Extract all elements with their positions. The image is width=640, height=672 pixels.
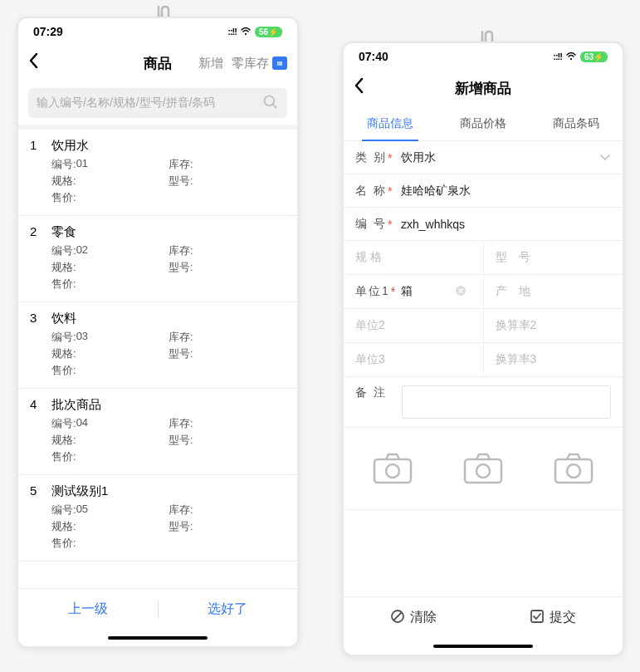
svg-line-2 bbox=[273, 104, 276, 107]
wifi-icon bbox=[565, 51, 577, 63]
photo-slot-1[interactable] bbox=[369, 449, 416, 488]
spec-input[interactable]: 规 格 bbox=[344, 241, 483, 274]
navbar: 新增商品 bbox=[344, 70, 623, 106]
tab[interactable]: 商品信息 bbox=[344, 106, 437, 140]
svg-line-12 bbox=[393, 612, 402, 620]
forbid-icon bbox=[390, 609, 405, 627]
check-icon bbox=[530, 609, 545, 627]
signal-icon: ::!! bbox=[227, 27, 237, 37]
item-index: 1 bbox=[30, 138, 42, 154]
svg-rect-9 bbox=[555, 459, 592, 483]
list-item[interactable]: 2零食编号:02库存:规格:型号:售价: bbox=[18, 216, 297, 302]
tabs: 商品信息商品价格商品条码 bbox=[344, 106, 623, 141]
zero-stock-action[interactable]: 零库存 III bbox=[232, 56, 287, 71]
wifi-icon bbox=[240, 26, 252, 38]
status-time: 07:29 bbox=[33, 25, 63, 38]
product-list: 1饮用水编号:01库存:规格:型号:售价:2零食编号:02库存:规格:型号:售价… bbox=[18, 130, 297, 588]
unit3-input[interactable]: 单位3 bbox=[344, 343, 483, 376]
origin-input[interactable]: 产 地 bbox=[483, 275, 623, 308]
photo-slot-2[interactable] bbox=[460, 449, 506, 488]
svg-point-3 bbox=[570, 58, 572, 60]
list-item[interactable]: 3饮料编号:03库存:规格:型号:售价: bbox=[18, 302, 297, 389]
unit1-input[interactable]: 单位1* 箱 bbox=[344, 275, 483, 308]
photo-row bbox=[344, 428, 623, 510]
list-item[interactable]: 4批次商品编号:04库存:规格:型号:售价: bbox=[18, 389, 297, 475]
form: 类 别* 饮用水 名 称* 娃哈哈矿泉水 编 号* zxh_whhkqs 规 格… bbox=[344, 141, 623, 596]
remark-input[interactable] bbox=[402, 385, 611, 419]
svg-rect-13 bbox=[531, 611, 543, 622]
page-title: 商品 bbox=[144, 54, 172, 73]
tab[interactable]: 商品条码 bbox=[530, 106, 623, 140]
unit2-input[interactable]: 单位2 bbox=[344, 309, 483, 342]
name-row[interactable]: 名 称* 娃哈哈矿泉水 bbox=[344, 174, 623, 208]
code-row[interactable]: 编 号* zxh_whhkqs bbox=[344, 208, 623, 241]
list-item[interactable]: 5测试级别1编号:05库存:规格:型号:售价: bbox=[18, 475, 297, 562]
svg-rect-7 bbox=[465, 459, 501, 483]
rate2-input[interactable]: 换算率2 bbox=[483, 309, 623, 342]
item-name: 测试级别1 bbox=[51, 483, 108, 499]
add-action[interactable]: 新增 bbox=[198, 56, 223, 71]
clear-button[interactable]: 清除 bbox=[344, 609, 483, 627]
status-bar: 07:40 ::!! 63⚡ bbox=[344, 43, 623, 70]
status-bar: 07:29 ::!! 56⚡ bbox=[18, 18, 297, 45]
category-value: 饮用水 bbox=[401, 150, 599, 165]
battery-indicator: 56⚡ bbox=[255, 27, 282, 37]
phone-screen-list: 07:29 ::!! 56⚡ 商品 新增 零库存 III 输入编号/名称/规格/… bbox=[17, 17, 299, 648]
item-index: 4 bbox=[30, 397, 42, 413]
rate3-input[interactable]: 换算率3 bbox=[483, 343, 623, 376]
home-indicator bbox=[344, 638, 623, 655]
home-indicator bbox=[18, 630, 297, 646]
item-name: 批次商品 bbox=[51, 397, 101, 413]
status-indicators: ::!! 63⚡ bbox=[553, 51, 608, 63]
bottom-bar: 上一级 选好了 bbox=[18, 588, 297, 630]
item-name: 零食 bbox=[51, 224, 76, 240]
category-row[interactable]: 类 别* 饮用水 bbox=[344, 141, 623, 174]
item-name: 饮料 bbox=[51, 311, 76, 326]
back-button[interactable] bbox=[354, 77, 374, 99]
svg-point-0 bbox=[245, 33, 247, 35]
search-icon bbox=[262, 94, 279, 113]
name-value: 娃哈哈矿泉水 bbox=[401, 184, 611, 199]
item-index: 5 bbox=[30, 483, 42, 499]
svg-rect-5 bbox=[374, 459, 411, 483]
back-button[interactable] bbox=[28, 52, 48, 74]
status-indicators: ::!! 56⚡ bbox=[227, 26, 282, 38]
search-placeholder: 输入编号/名称/规格/型号/拼音/条码 bbox=[37, 96, 215, 110]
list-item[interactable]: 1饮用水编号:01库存:规格:型号:售价: bbox=[18, 130, 297, 216]
item-name: 饮用水 bbox=[51, 138, 89, 154]
filter-icon: III bbox=[272, 56, 287, 70]
tab[interactable]: 商品价格 bbox=[437, 106, 530, 140]
model-input[interactable]: 型 号 bbox=[483, 241, 623, 274]
item-index: 2 bbox=[30, 224, 42, 240]
done-button[interactable]: 选好了 bbox=[159, 601, 298, 618]
svg-point-10 bbox=[567, 464, 580, 478]
battery-indicator: 63⚡ bbox=[580, 52, 608, 62]
remark-row: 备 注 bbox=[344, 377, 623, 428]
clear-icon[interactable] bbox=[455, 285, 467, 299]
photo-slot-3[interactable] bbox=[550, 449, 597, 488]
bottom-bar: 清除 提交 bbox=[344, 596, 623, 638]
svg-point-8 bbox=[476, 464, 490, 478]
code-value: zxh_whhkqs bbox=[401, 218, 611, 231]
chevron-down-icon bbox=[599, 150, 611, 165]
item-index: 3 bbox=[30, 311, 42, 326]
page-title: 新增商品 bbox=[455, 79, 511, 98]
search-input[interactable]: 输入编号/名称/规格/型号/拼音/条码 bbox=[28, 88, 287, 118]
svg-point-6 bbox=[386, 464, 399, 478]
phone-screen-form: 07:40 ::!! 63⚡ 新增商品 商品信息商品价格商品条码 类 别* 饮用… bbox=[342, 42, 624, 656]
signal-icon: ::!! bbox=[553, 52, 562, 61]
navbar: 商品 新增 零库存 III bbox=[18, 45, 297, 81]
prev-level-button[interactable]: 上一级 bbox=[18, 601, 158, 618]
status-time: 07:40 bbox=[359, 50, 388, 63]
submit-button[interactable]: 提交 bbox=[483, 609, 623, 627]
